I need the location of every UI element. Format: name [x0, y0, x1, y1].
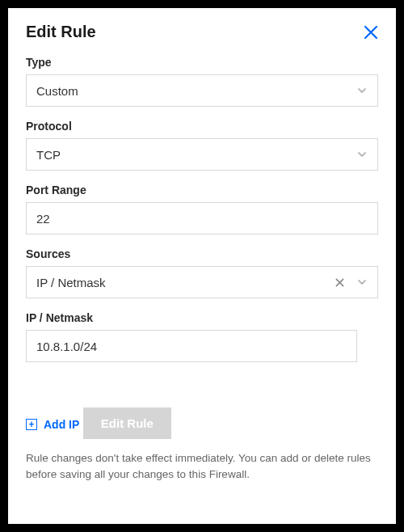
chevron-down-icon [356, 277, 368, 288]
ip-netmask-field: IP / Netmask [26, 311, 378, 362]
type-label: Type [26, 56, 378, 69]
sources-select[interactable]: IP / Netmask [26, 266, 378, 298]
protocol-label: Protocol [26, 120, 378, 133]
plus-icon: + [26, 419, 37, 430]
sources-value: IP / Netmask [36, 276, 334, 289]
edit-rule-panel: Edit Rule Type Custom Protocol TCP Port … [8, 8, 396, 524]
panel-title: Edit Rule [26, 23, 96, 41]
chevron-down-icon [356, 85, 368, 96]
clear-icon[interactable] [334, 277, 345, 288]
type-value: Custom [36, 84, 356, 98]
port-range-field: Port Range [26, 184, 378, 234]
sources-label: Sources [26, 247, 378, 260]
port-range-label: Port Range [26, 184, 378, 196]
panel-header: Edit Rule [26, 23, 378, 41]
type-select[interactable]: Custom [26, 74, 378, 107]
chevron-down-icon [356, 149, 368, 160]
sources-field: Sources IP / Netmask [26, 247, 378, 298]
add-ip-button[interactable]: + Add IP [26, 418, 79, 431]
edit-rule-submit-button[interactable]: Edit Rule [83, 407, 171, 439]
add-ip-label: Add IP [44, 418, 79, 431]
close-icon[interactable] [364, 25, 378, 40]
ip-netmask-input[interactable] [26, 330, 357, 362]
protocol-field: Protocol TCP [26, 120, 378, 171]
note-text: Rule changes don't take effect immediate… [26, 450, 378, 482]
protocol-select[interactable]: TCP [26, 138, 378, 171]
type-field: Type Custom [26, 56, 378, 107]
port-range-input[interactable] [26, 202, 378, 234]
ip-netmask-label: IP / Netmask [26, 311, 378, 324]
protocol-value: TCP [36, 148, 356, 162]
